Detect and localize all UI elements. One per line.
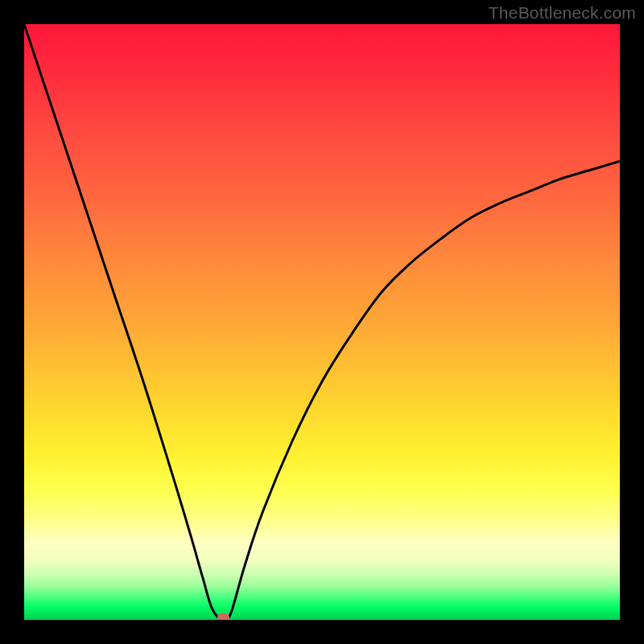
plot-area (24, 24, 620, 620)
curve-svg (24, 24, 620, 620)
chart-frame: TheBottleneck.com (0, 0, 644, 644)
watermark-text: TheBottleneck.com (489, 3, 636, 23)
optimum-marker (217, 613, 229, 620)
bottleneck-curve (24, 24, 620, 620)
